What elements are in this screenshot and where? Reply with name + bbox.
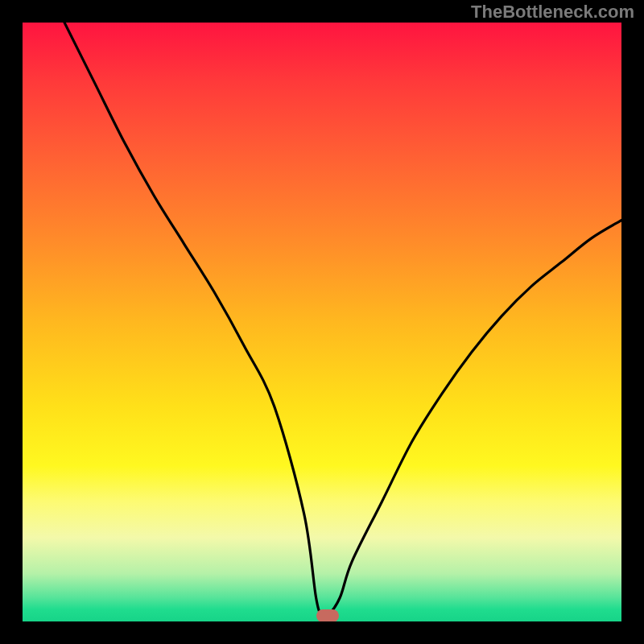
watermark-text: TheBottleneck.com <box>471 2 634 23</box>
chart-frame: TheBottleneck.com <box>0 0 644 644</box>
plot-area <box>23 23 621 621</box>
bottleneck-curve <box>23 23 621 621</box>
optimal-marker <box>316 609 339 621</box>
